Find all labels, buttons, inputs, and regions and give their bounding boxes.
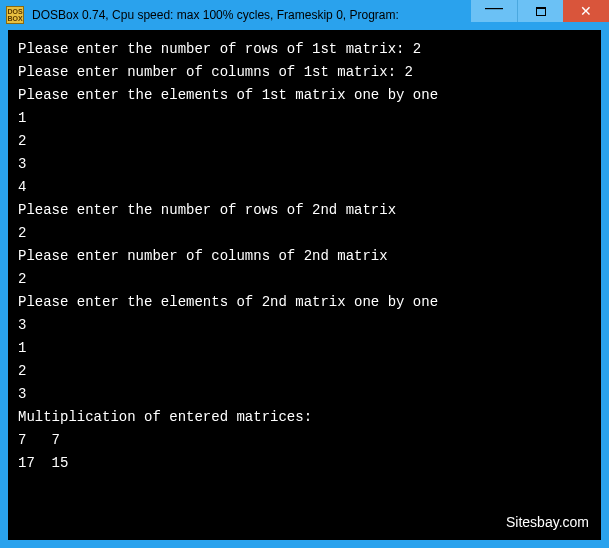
console-line: Please enter the number of rows of 2nd m…	[18, 199, 591, 222]
console-line: 2	[18, 222, 591, 245]
console-line: Please enter number of columns of 1st ma…	[18, 61, 591, 84]
console-line: 3	[18, 314, 591, 337]
console-line: Please enter number of columns of 2nd ma…	[18, 245, 591, 268]
console-output[interactable]: Please enter the number of rows of 1st m…	[8, 30, 601, 540]
console-line: 1	[18, 337, 591, 360]
console-line: Multiplication of entered matrices:	[18, 406, 591, 429]
titlebar[interactable]: DOS BOX DOSBox 0.74, Cpu speed: max 100%…	[0, 0, 609, 30]
watermark: Sitesbay.com	[506, 511, 589, 534]
dosbox-icon: DOS BOX	[6, 6, 24, 24]
console-line: 17 15	[18, 452, 591, 475]
console-line: 2	[18, 268, 591, 291]
console-line: 2	[18, 130, 591, 153]
console-line: Please enter the elements of 1st matrix …	[18, 84, 591, 107]
close-button[interactable]: ✕	[563, 0, 609, 22]
window-title: DOSBox 0.74, Cpu speed: max 100% cycles,…	[32, 8, 471, 22]
console-line: 1	[18, 107, 591, 130]
application-window: DOS BOX DOSBox 0.74, Cpu speed: max 100%…	[0, 0, 609, 548]
console-line: 2	[18, 360, 591, 383]
minimize-button[interactable]: —	[471, 0, 517, 22]
window-controls: — ✕	[471, 0, 609, 22]
maximize-icon	[536, 7, 546, 16]
console-line: 3	[18, 153, 591, 176]
console-line: Please enter the elements of 2nd matrix …	[18, 291, 591, 314]
console-line: 4	[18, 176, 591, 199]
console-line: Please enter the number of rows of 1st m…	[18, 38, 591, 61]
console-line: 7 7	[18, 429, 591, 452]
console-line: 3	[18, 383, 591, 406]
maximize-button[interactable]	[517, 0, 563, 22]
